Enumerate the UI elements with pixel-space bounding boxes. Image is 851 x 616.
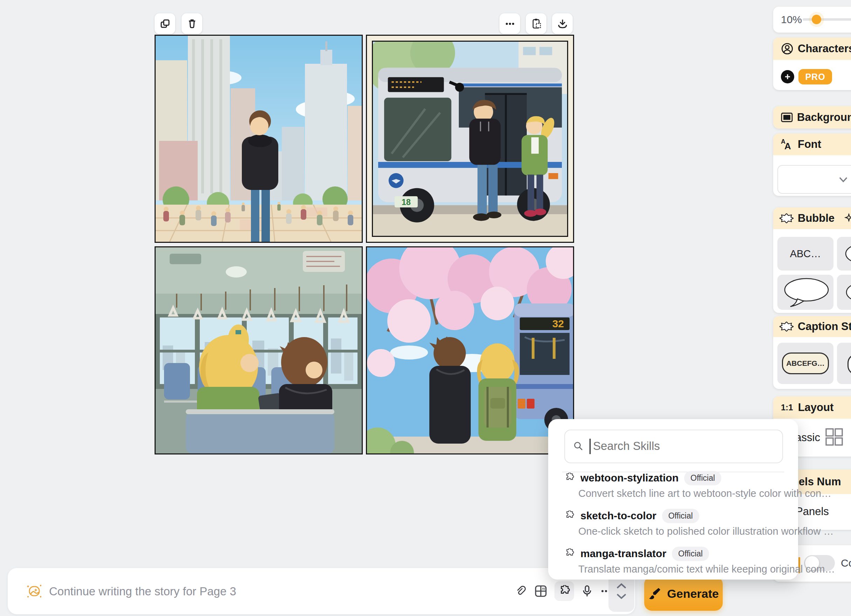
bubble-style-oval[interactable] bbox=[837, 237, 851, 270]
font-label: Font bbox=[798, 138, 821, 151]
search-icon bbox=[573, 441, 583, 451]
caption-style-option-2[interactable] bbox=[837, 343, 851, 384]
plus-icon bbox=[784, 73, 791, 80]
canvas-panel-1[interactable] bbox=[155, 35, 363, 243]
mic-button[interactable] bbox=[581, 585, 593, 597]
puzzle-icon bbox=[564, 548, 575, 559]
characters-label: Characters bbox=[798, 42, 851, 55]
skill-badge: Official bbox=[662, 509, 699, 523]
zoom-value: 10% bbox=[781, 14, 802, 26]
panel-4-bus-number: 32 bbox=[552, 318, 564, 329]
skill-description: Convert sketch line art to webtoon-style… bbox=[578, 488, 831, 499]
zoom-slider-handle[interactable] bbox=[812, 15, 821, 24]
zoom-slider-track[interactable] bbox=[803, 18, 851, 21]
download-icon bbox=[556, 18, 568, 30]
generate-button[interactable]: Generate bbox=[644, 576, 723, 611]
skill-item-manga-translator[interactable]: manga-translator Official bbox=[564, 546, 709, 561]
oval-bubble-icon bbox=[839, 240, 851, 268]
skill-description: Translate manga/comic text while keeping… bbox=[578, 563, 835, 575]
skills-popover: webtoon-stylization Official Convert ske… bbox=[548, 419, 798, 580]
background-header[interactable]: Background bbox=[773, 106, 851, 129]
paperclip-icon bbox=[514, 585, 527, 597]
pro-badge[interactable]: PRO bbox=[798, 69, 832, 84]
layout-label: Layout bbox=[798, 401, 834, 414]
caption-style-option-1[interactable]: ABCEFG… bbox=[777, 343, 833, 384]
toggle-label: Con bbox=[841, 557, 851, 569]
characters-header[interactable]: Characters bbox=[773, 38, 851, 60]
puzzle-icon bbox=[564, 473, 575, 483]
panel-2-frame: 18 bbox=[372, 41, 568, 237]
caption-style-header[interactable]: Caption Style bbox=[773, 316, 851, 337]
skills-search-box bbox=[564, 430, 783, 463]
bubble-style-speech[interactable] bbox=[777, 275, 833, 310]
download-button[interactable] bbox=[552, 13, 573, 34]
caption-style-sample: ABCEFG… bbox=[782, 353, 829, 374]
ai-panels-icon: AI bbox=[534, 584, 547, 598]
canvas-panel-2[interactable]: 18 bbox=[366, 35, 574, 243]
skills-search-input[interactable] bbox=[592, 430, 776, 462]
sparkle-icon bbox=[844, 213, 851, 224]
chevron-up-icon[interactable] bbox=[616, 583, 627, 589]
more-icon bbox=[504, 18, 516, 30]
ai-panels-button[interactable]: AI bbox=[534, 584, 547, 598]
caption-style-sample-2 bbox=[848, 354, 851, 375]
add-character-button[interactable] bbox=[781, 70, 794, 83]
puzzle-icon bbox=[558, 585, 570, 597]
more-button[interactable] bbox=[499, 13, 520, 34]
bubble-card: Bubble ABC… bbox=[773, 207, 851, 313]
background-icon bbox=[781, 113, 793, 122]
duplicate-icon bbox=[159, 18, 171, 29]
panels-num-value[interactable]: Panels bbox=[795, 505, 829, 518]
grid-layout-icon bbox=[825, 428, 843, 446]
round-bubble-icon bbox=[839, 278, 851, 307]
font-header[interactable]: A A Font bbox=[773, 134, 851, 155]
svg-text:AI: AI bbox=[542, 587, 545, 590]
paste-button[interactable] bbox=[526, 13, 546, 34]
person-icon bbox=[781, 42, 794, 55]
chevron-down-icon bbox=[839, 177, 848, 183]
brush-icon bbox=[648, 587, 662, 600]
speech-bubble-icon bbox=[779, 276, 832, 309]
font-select[interactable] bbox=[777, 165, 851, 194]
attach-button[interactable] bbox=[514, 585, 527, 597]
generate-label: Generate bbox=[667, 587, 719, 601]
layout-header[interactable]: 1:1 Layout bbox=[773, 396, 851, 419]
font-icon: A A bbox=[780, 138, 794, 151]
skill-item-sketch-to-color[interactable]: sketch-to-color Official bbox=[564, 508, 699, 523]
skill-name: sketch-to-color bbox=[580, 510, 657, 522]
bubble-style-round[interactable] bbox=[837, 275, 851, 310]
bubble-header[interactable]: Bubble bbox=[773, 207, 851, 229]
characters-card: Characters PRO bbox=[773, 38, 851, 90]
background-card: Background bbox=[773, 106, 851, 129]
ratio-icon: 1:1 bbox=[781, 403, 793, 412]
panel-2-art: 18 bbox=[373, 42, 567, 236]
caption-style-label: Caption Style bbox=[798, 320, 851, 333]
puzzle-icon bbox=[564, 511, 575, 521]
bubble-style-abc[interactable]: ABC… bbox=[777, 237, 833, 270]
background-label: Background bbox=[797, 111, 851, 124]
delete-button[interactable] bbox=[182, 13, 202, 34]
trash-icon bbox=[186, 18, 198, 29]
zoom-card: 10% bbox=[773, 7, 851, 33]
canvas-panel-3[interactable] bbox=[155, 246, 363, 454]
panel-2-license-plate: 18 bbox=[401, 198, 411, 207]
skills-button[interactable] bbox=[555, 581, 574, 601]
chevron-down-icon[interactable] bbox=[616, 593, 627, 599]
skill-badge: Official bbox=[672, 547, 709, 561]
duplicate-button[interactable] bbox=[155, 13, 175, 34]
mic-icon bbox=[581, 585, 593, 597]
prompt-input[interactable] bbox=[48, 568, 471, 615]
canvas-panel-4[interactable]: 32 bbox=[366, 246, 574, 454]
prompt-bar: AI bbox=[8, 568, 635, 614]
skill-item-webtoon-stylization[interactable]: webtoon-stylization Official bbox=[564, 470, 721, 486]
image-sparkle-icon bbox=[27, 583, 42, 599]
bubble-icon bbox=[779, 213, 794, 223]
skill-description: One-click sketch to polished color illus… bbox=[578, 526, 834, 537]
svg-text:A: A bbox=[785, 141, 791, 151]
panel-3-art bbox=[156, 247, 362, 454]
skill-name: manga-translator bbox=[580, 548, 666, 560]
panel-1-art bbox=[156, 36, 362, 242]
app-root: 18 bbox=[0, 0, 851, 616]
text-caret bbox=[589, 439, 591, 454]
caption-style-card: Caption Style ABCEFG… bbox=[773, 316, 851, 389]
